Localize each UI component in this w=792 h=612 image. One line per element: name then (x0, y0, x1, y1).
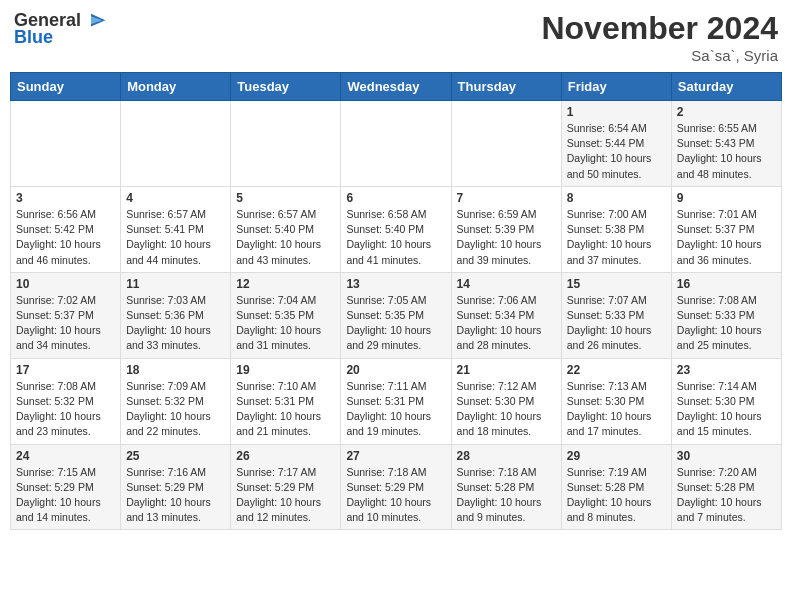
calendar-cell: 10Sunrise: 7:02 AMSunset: 5:37 PMDayligh… (11, 272, 121, 358)
day-header-friday: Friday (561, 73, 671, 101)
calendar-cell: 20Sunrise: 7:11 AMSunset: 5:31 PMDayligh… (341, 358, 451, 444)
calendar: SundayMondayTuesdayWednesdayThursdayFrid… (10, 72, 782, 530)
day-number: 21 (457, 363, 556, 377)
calendar-cell (11, 101, 121, 187)
calendar-cell: 17Sunrise: 7:08 AMSunset: 5:32 PMDayligh… (11, 358, 121, 444)
calendar-cell: 30Sunrise: 7:20 AMSunset: 5:28 PMDayligh… (671, 444, 781, 530)
day-info: Sunrise: 7:06 AMSunset: 5:34 PMDaylight:… (457, 293, 556, 354)
calendar-cell: 5Sunrise: 6:57 AMSunset: 5:40 PMDaylight… (231, 186, 341, 272)
calendar-cell: 18Sunrise: 7:09 AMSunset: 5:32 PMDayligh… (121, 358, 231, 444)
calendar-cell: 27Sunrise: 7:18 AMSunset: 5:29 PMDayligh… (341, 444, 451, 530)
day-number: 4 (126, 191, 225, 205)
day-info: Sunrise: 6:59 AMSunset: 5:39 PMDaylight:… (457, 207, 556, 268)
day-number: 25 (126, 449, 225, 463)
logo-icon (83, 12, 107, 30)
day-info: Sunrise: 7:17 AMSunset: 5:29 PMDaylight:… (236, 465, 335, 526)
calendar-week-4: 17Sunrise: 7:08 AMSunset: 5:32 PMDayligh… (11, 358, 782, 444)
calendar-cell: 11Sunrise: 7:03 AMSunset: 5:36 PMDayligh… (121, 272, 231, 358)
calendar-cell: 15Sunrise: 7:07 AMSunset: 5:33 PMDayligh… (561, 272, 671, 358)
day-info: Sunrise: 6:57 AMSunset: 5:41 PMDaylight:… (126, 207, 225, 268)
day-info: Sunrise: 6:56 AMSunset: 5:42 PMDaylight:… (16, 207, 115, 268)
day-number: 8 (567, 191, 666, 205)
calendar-cell: 13Sunrise: 7:05 AMSunset: 5:35 PMDayligh… (341, 272, 451, 358)
day-info: Sunrise: 7:18 AMSunset: 5:29 PMDaylight:… (346, 465, 445, 526)
calendar-cell: 7Sunrise: 6:59 AMSunset: 5:39 PMDaylight… (451, 186, 561, 272)
calendar-cell: 21Sunrise: 7:12 AMSunset: 5:30 PMDayligh… (451, 358, 561, 444)
day-info: Sunrise: 7:08 AMSunset: 5:33 PMDaylight:… (677, 293, 776, 354)
calendar-cell: 22Sunrise: 7:13 AMSunset: 5:30 PMDayligh… (561, 358, 671, 444)
day-number: 20 (346, 363, 445, 377)
calendar-cell (121, 101, 231, 187)
day-number: 14 (457, 277, 556, 291)
day-info: Sunrise: 7:02 AMSunset: 5:37 PMDaylight:… (16, 293, 115, 354)
logo: General Blue (14, 10, 107, 48)
day-number: 22 (567, 363, 666, 377)
calendar-cell (341, 101, 451, 187)
day-info: Sunrise: 7:05 AMSunset: 5:35 PMDaylight:… (346, 293, 445, 354)
day-number: 18 (126, 363, 225, 377)
day-info: Sunrise: 7:03 AMSunset: 5:36 PMDaylight:… (126, 293, 225, 354)
page-header: General Blue November 2024 Sa`sa`, Syria (10, 10, 782, 64)
day-info: Sunrise: 7:13 AMSunset: 5:30 PMDaylight:… (567, 379, 666, 440)
day-number: 19 (236, 363, 335, 377)
day-number: 10 (16, 277, 115, 291)
calendar-header-row: SundayMondayTuesdayWednesdayThursdayFrid… (11, 73, 782, 101)
day-info: Sunrise: 7:01 AMSunset: 5:37 PMDaylight:… (677, 207, 776, 268)
day-info: Sunrise: 7:08 AMSunset: 5:32 PMDaylight:… (16, 379, 115, 440)
day-info: Sunrise: 7:11 AMSunset: 5:31 PMDaylight:… (346, 379, 445, 440)
calendar-cell: 8Sunrise: 7:00 AMSunset: 5:38 PMDaylight… (561, 186, 671, 272)
day-number: 11 (126, 277, 225, 291)
month-title: November 2024 (541, 10, 778, 47)
day-info: Sunrise: 6:54 AMSunset: 5:44 PMDaylight:… (567, 121, 666, 182)
day-header-tuesday: Tuesday (231, 73, 341, 101)
day-info: Sunrise: 7:12 AMSunset: 5:30 PMDaylight:… (457, 379, 556, 440)
logo-blue: Blue (14, 27, 53, 48)
day-number: 17 (16, 363, 115, 377)
calendar-week-1: 1Sunrise: 6:54 AMSunset: 5:44 PMDaylight… (11, 101, 782, 187)
calendar-cell: 9Sunrise: 7:01 AMSunset: 5:37 PMDaylight… (671, 186, 781, 272)
calendar-week-2: 3Sunrise: 6:56 AMSunset: 5:42 PMDaylight… (11, 186, 782, 272)
calendar-cell: 29Sunrise: 7:19 AMSunset: 5:28 PMDayligh… (561, 444, 671, 530)
title-section: November 2024 Sa`sa`, Syria (541, 10, 778, 64)
day-info: Sunrise: 6:58 AMSunset: 5:40 PMDaylight:… (346, 207, 445, 268)
day-info: Sunrise: 7:09 AMSunset: 5:32 PMDaylight:… (126, 379, 225, 440)
calendar-cell: 3Sunrise: 6:56 AMSunset: 5:42 PMDaylight… (11, 186, 121, 272)
day-info: Sunrise: 7:14 AMSunset: 5:30 PMDaylight:… (677, 379, 776, 440)
day-number: 6 (346, 191, 445, 205)
day-header-thursday: Thursday (451, 73, 561, 101)
day-number: 2 (677, 105, 776, 119)
day-number: 12 (236, 277, 335, 291)
day-header-monday: Monday (121, 73, 231, 101)
calendar-week-5: 24Sunrise: 7:15 AMSunset: 5:29 PMDayligh… (11, 444, 782, 530)
calendar-cell: 26Sunrise: 7:17 AMSunset: 5:29 PMDayligh… (231, 444, 341, 530)
calendar-cell (451, 101, 561, 187)
day-number: 27 (346, 449, 445, 463)
calendar-cell: 16Sunrise: 7:08 AMSunset: 5:33 PMDayligh… (671, 272, 781, 358)
day-number: 29 (567, 449, 666, 463)
day-info: Sunrise: 7:04 AMSunset: 5:35 PMDaylight:… (236, 293, 335, 354)
calendar-cell: 23Sunrise: 7:14 AMSunset: 5:30 PMDayligh… (671, 358, 781, 444)
day-number: 26 (236, 449, 335, 463)
day-number: 28 (457, 449, 556, 463)
day-number: 13 (346, 277, 445, 291)
day-number: 30 (677, 449, 776, 463)
calendar-cell: 25Sunrise: 7:16 AMSunset: 5:29 PMDayligh… (121, 444, 231, 530)
calendar-cell: 4Sunrise: 6:57 AMSunset: 5:41 PMDaylight… (121, 186, 231, 272)
calendar-cell (231, 101, 341, 187)
day-info: Sunrise: 7:10 AMSunset: 5:31 PMDaylight:… (236, 379, 335, 440)
day-info: Sunrise: 7:15 AMSunset: 5:29 PMDaylight:… (16, 465, 115, 526)
day-header-wednesday: Wednesday (341, 73, 451, 101)
day-number: 1 (567, 105, 666, 119)
day-info: Sunrise: 7:19 AMSunset: 5:28 PMDaylight:… (567, 465, 666, 526)
day-info: Sunrise: 7:00 AMSunset: 5:38 PMDaylight:… (567, 207, 666, 268)
calendar-cell: 2Sunrise: 6:55 AMSunset: 5:43 PMDaylight… (671, 101, 781, 187)
day-header-saturday: Saturday (671, 73, 781, 101)
calendar-cell: 12Sunrise: 7:04 AMSunset: 5:35 PMDayligh… (231, 272, 341, 358)
day-info: Sunrise: 6:55 AMSunset: 5:43 PMDaylight:… (677, 121, 776, 182)
day-number: 3 (16, 191, 115, 205)
day-info: Sunrise: 6:57 AMSunset: 5:40 PMDaylight:… (236, 207, 335, 268)
day-number: 9 (677, 191, 776, 205)
calendar-cell: 24Sunrise: 7:15 AMSunset: 5:29 PMDayligh… (11, 444, 121, 530)
calendar-cell: 28Sunrise: 7:18 AMSunset: 5:28 PMDayligh… (451, 444, 561, 530)
calendar-cell: 14Sunrise: 7:06 AMSunset: 5:34 PMDayligh… (451, 272, 561, 358)
